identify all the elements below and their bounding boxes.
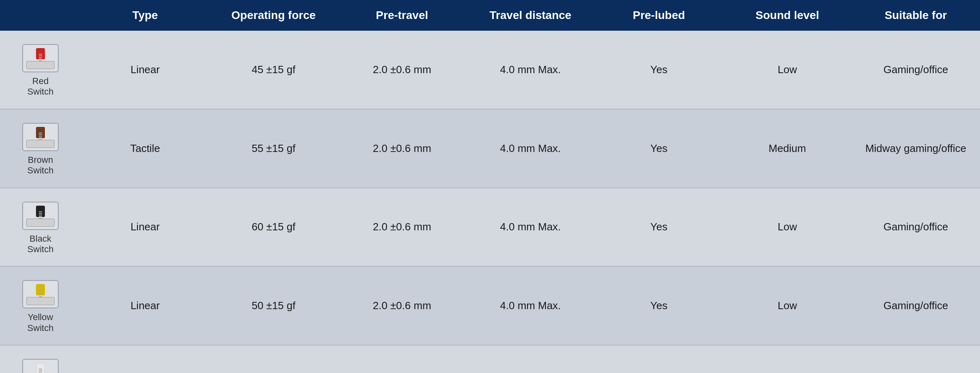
- table-row: YellowSwitch Linear50 ±15 gf2.0 ±0.6 mm4…: [0, 266, 980, 345]
- switch-cell: RedSwitch: [0, 31, 81, 109]
- cell-suitable_for: Gaming/office: [851, 188, 980, 267]
- cell-travel_distance: 4.0 mm Max.: [466, 31, 595, 109]
- cell-sound_level: Low: [723, 266, 852, 345]
- header-suitable-for: Suitable for: [851, 0, 980, 31]
- cell-prelubed: Yes: [595, 109, 723, 188]
- cell-operating_force: 55 ±15 gf: [210, 109, 338, 188]
- header-prelubed: Pre-lubed: [595, 0, 723, 31]
- cell-type: Linear: [81, 345, 210, 373]
- switch-icon: [20, 200, 61, 232]
- switch-comparison-table: Type Operating force Pre-travel Travel d…: [0, 0, 980, 373]
- header-sound-level: Sound level: [723, 0, 852, 31]
- cell-prelubed: Yes: [595, 31, 723, 109]
- cell-operating_force: 50 ±15 gf: [210, 266, 338, 345]
- cell-travel_distance: 4.0 mm Max.: [466, 109, 595, 188]
- switch-icon: [20, 121, 61, 153]
- cell-prelubed: Yes: [595, 345, 723, 373]
- header-image: [0, 0, 81, 31]
- switch-icon: [20, 357, 61, 373]
- switch-name: BrownSwitch: [28, 155, 54, 176]
- switch-name: RedSwitch: [28, 76, 54, 97]
- switch-cell: BrownSwitch: [0, 109, 81, 188]
- cell-type: Linear: [81, 188, 210, 267]
- cell-travel_distance: 4.0 mm Max.: [466, 266, 595, 345]
- cell-pretravel: 2.0 ±0.6 mm: [338, 266, 466, 345]
- switch-cell: YellowSwitch: [0, 266, 81, 345]
- header-row: Type Operating force Pre-travel Travel d…: [0, 0, 980, 31]
- cell-suitable_for: Gaming/office: [851, 345, 980, 373]
- cell-suitable_for: Gaming/office: [851, 266, 980, 345]
- cell-pretravel: 2.0 ±0.6 mm: [338, 188, 466, 267]
- cell-pretravel: 2.0 ±0.6 mm: [338, 31, 466, 109]
- table-row: WhiteSwitch Linear38 ±15 gf2.0 ±0.6 mm4.…: [0, 345, 980, 373]
- switch-cell: WhiteSwitch: [0, 345, 81, 373]
- switch-name: YellowSwitch: [28, 312, 54, 333]
- switch-icon: [20, 278, 61, 310]
- header-operating-force: Operating force: [210, 0, 338, 31]
- header-pretravel: Pre-travel: [338, 0, 466, 31]
- table-row: RedSwitch Linear45 ±15 gf2.0 ±0.6 mm4.0 …: [0, 31, 980, 109]
- table-row: BlackSwitch Linear60 ±15 gf2.0 ±0.6 mm4.…: [0, 188, 980, 267]
- cell-travel_distance: 4.0 mm Max.: [466, 345, 595, 373]
- cell-prelubed: Yes: [595, 266, 723, 345]
- cell-suitable_for: Midway gaming/office: [851, 109, 980, 188]
- cell-travel_distance: 4.0 mm Max.: [466, 188, 595, 267]
- cell-sound_level: Medium: [723, 109, 852, 188]
- cell-sound_level: Low: [723, 188, 852, 267]
- cell-operating_force: 60 ±15 gf: [210, 188, 338, 267]
- cell-type: Tactile: [81, 109, 210, 188]
- cell-pretravel: 2.0 ±0.6 mm: [338, 109, 466, 188]
- cell-pretravel: 2.0 ±0.6 mm: [338, 345, 466, 373]
- cell-sound_level: Low: [723, 345, 852, 373]
- switch-icon: [20, 42, 61, 74]
- switch-name: BlackSwitch: [28, 234, 54, 255]
- cell-type: Linear: [81, 31, 210, 109]
- switch-cell: BlackSwitch: [0, 188, 81, 267]
- cell-suitable_for: Gaming/office: [851, 31, 980, 109]
- cell-sound_level: Low: [723, 31, 852, 109]
- cell-prelubed: Yes: [595, 188, 723, 267]
- cell-operating_force: 38 ±15 gf: [210, 345, 338, 373]
- header-type: Type: [81, 0, 210, 31]
- table-row: BrownSwitch Tactile55 ±15 gf2.0 ±0.6 mm4…: [0, 109, 980, 188]
- header-travel-distance: Travel distance: [466, 0, 595, 31]
- cell-type: Linear: [81, 266, 210, 345]
- cell-operating_force: 45 ±15 gf: [210, 31, 338, 109]
